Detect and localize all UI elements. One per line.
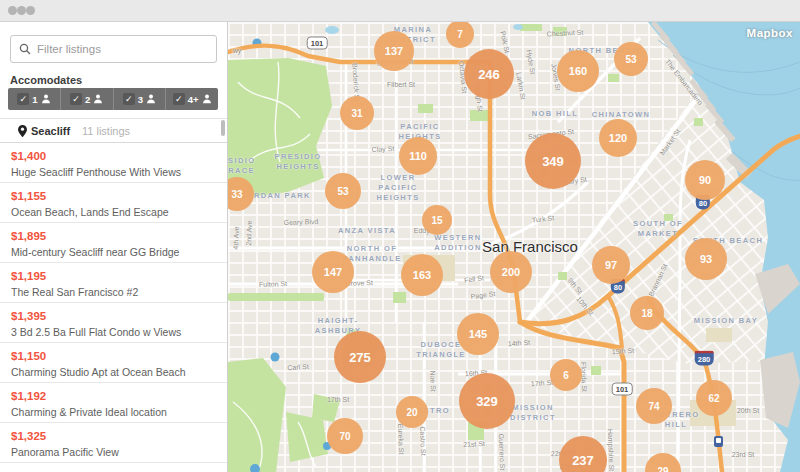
- section-name: Seacliff: [31, 125, 70, 137]
- filter-listings-box: [10, 35, 217, 63]
- map-cluster[interactable]: 160: [557, 50, 599, 92]
- map-cluster[interactable]: 147: [312, 251, 354, 293]
- map-cluster[interactable]: 200: [490, 251, 532, 293]
- street-label: 2nd Ave: [245, 220, 253, 245]
- street-label: 4th Ave: [232, 226, 240, 249]
- city-label: San Francisco: [482, 238, 578, 255]
- street-label: Hampshire St: [607, 429, 615, 472]
- accommodates-option-label: 3: [138, 94, 143, 105]
- listing-item[interactable]: $1,155Ocean Beach, Lands End Escape: [0, 183, 227, 223]
- listings-list: $1,400Huge Seacliff Penthouse With Views…: [0, 143, 227, 463]
- street-label: Carl St: [287, 363, 309, 371]
- accommodates-label: Accomodates: [10, 74, 82, 86]
- listing-title: The Real San Francisco #2: [11, 286, 217, 298]
- interstate-shield: 280: [695, 351, 714, 366]
- listing-title: Charming & Private Ideal location: [11, 406, 217, 418]
- listing-price: $1,325: [11, 430, 217, 442]
- area-label: MISSION DISTRICT: [510, 403, 556, 423]
- accommodates-option-label: 1: [32, 94, 37, 105]
- listing-item[interactable]: $1,895Mid-century Seacliff near GG Bridg…: [0, 223, 227, 263]
- map-cluster[interactable]: 62: [696, 380, 732, 416]
- transit-station-icon: [714, 436, 723, 447]
- section-header[interactable]: Seacliff 11 listings: [0, 118, 227, 143]
- map-cluster[interactable]: 53: [614, 42, 648, 76]
- map-cluster[interactable]: 246: [464, 49, 514, 99]
- listing-item[interactable]: $1,192Charming & Private Ideal location: [0, 383, 227, 423]
- person-icon: [93, 94, 103, 104]
- map-cluster[interactable]: 137: [374, 31, 414, 71]
- map-cluster[interactable]: 120: [599, 119, 637, 157]
- filter-listings-input[interactable]: [37, 37, 212, 61]
- map-cluster[interactable]: 31: [340, 96, 374, 130]
- accommodates-group: ✓1✓2✓3✓4+: [8, 88, 218, 110]
- street-label: Geary Blvd: [284, 218, 319, 226]
- listing-item[interactable]: $1,325Panorama Pacific View: [0, 423, 227, 463]
- area-label: PRESIDIO TERRACE: [228, 156, 256, 176]
- map-cluster[interactable]: 90: [685, 160, 725, 200]
- listing-title: Mid-century Seacliff near GG Bridge: [11, 246, 217, 258]
- area-label: WESTERN ADDITION: [434, 233, 481, 253]
- listing-item[interactable]: $1,195The Real San Francisco #2: [0, 263, 227, 303]
- street-label: Filbert St: [387, 81, 415, 88]
- accommodates-option-4+[interactable]: ✓4+: [166, 88, 218, 110]
- listing-price: $1,155: [11, 190, 217, 202]
- street-label: wy: [233, 47, 242, 54]
- listing-price: $1,395: [11, 310, 217, 322]
- street-label: Noe St: [429, 370, 437, 392]
- us-route-shield: 101: [612, 383, 633, 396]
- window-dot[interactable]: [8, 6, 17, 15]
- accommodates-option-3[interactable]: ✓3: [114, 88, 167, 110]
- listing-title: Ocean Beach, Lands End Escape: [11, 206, 217, 218]
- map-cluster[interactable]: 110: [399, 137, 437, 175]
- accommodates-option-1[interactable]: ✓1: [8, 88, 61, 110]
- street-label: 20th St: [737, 407, 759, 414]
- street-label: 23rd St: [732, 451, 755, 458]
- map-cluster[interactable]: 93: [685, 238, 727, 280]
- checkbox-checked-icon: ✓: [173, 93, 185, 105]
- window-dot[interactable]: [26, 6, 35, 15]
- listing-title: Charming Studio Apt at Ocean Beach: [11, 366, 217, 378]
- map-cluster[interactable]: 349: [525, 133, 581, 189]
- listing-price: $1,400: [11, 150, 217, 162]
- listing-item[interactable]: $1,3953 Bd 2.5 Ba Full Flat Condo w View…: [0, 303, 227, 343]
- street-label: Castro St: [419, 426, 427, 455]
- accommodates-option-label: 2: [85, 94, 90, 105]
- street-label: Clay St: [372, 145, 395, 153]
- map-cluster[interactable]: 53: [325, 173, 361, 209]
- listing-item[interactable]: $1,150Charming Studio Apt at Ocean Beach: [0, 343, 227, 383]
- map-cluster[interactable]: 15: [422, 205, 452, 235]
- accommodates-option-2[interactable]: ✓2: [61, 88, 114, 110]
- window-dot[interactable]: [17, 6, 26, 15]
- area-label: SOUTH OF MARKET: [633, 219, 683, 239]
- map-cluster[interactable]: 74: [636, 388, 672, 424]
- map-cluster[interactable]: 70: [327, 418, 363, 454]
- area-label: ANZA VISTA: [338, 226, 396, 236]
- map-cluster[interactable]: 18: [630, 296, 664, 330]
- listing-price: $1,150: [11, 350, 217, 362]
- area-label: PRESIDIO HEIGHTS: [274, 152, 321, 172]
- sidebar-scrollbar[interactable]: [221, 120, 225, 136]
- map-cluster[interactable]: 6: [550, 359, 582, 391]
- map-canvas[interactable]: wyLombard StFilbert StBroderick StChestn…: [228, 22, 800, 472]
- person-icon: [146, 94, 156, 104]
- area-label: MISSION BAY: [694, 316, 758, 326]
- listing-title: 3 Bd 2.5 Ba Full Flat Condo w Views: [11, 326, 217, 338]
- listing-item[interactable]: $1,400Huge Seacliff Penthouse With Views: [0, 143, 227, 183]
- search-icon: [19, 43, 31, 55]
- map-cluster[interactable]: 145: [457, 313, 499, 355]
- area-label: LOWER PACIFIC HEIGHTS: [376, 173, 419, 202]
- listing-price: $1,192: [11, 390, 217, 402]
- street-label: 21st St: [463, 440, 485, 448]
- map-cluster[interactable]: 97: [592, 246, 630, 284]
- listing-price: $1,195: [11, 270, 217, 282]
- map-cluster[interactable]: 20: [396, 396, 428, 428]
- person-icon: [41, 94, 51, 104]
- window-titlebar: [0, 0, 800, 22]
- map-cluster[interactable]: 329: [459, 373, 515, 429]
- map-cluster[interactable]: 275: [334, 331, 386, 383]
- section-count: 11 listings: [82, 125, 130, 137]
- map-cluster[interactable]: 163: [401, 254, 443, 296]
- mapbox-logo[interactable]: Mapbox: [747, 27, 793, 39]
- listing-title: Panorama Pacific View: [11, 446, 217, 458]
- listings-sidebar: Accomodates ✓1✓2✓3✓4+ Seacliff 11 listin…: [0, 22, 228, 472]
